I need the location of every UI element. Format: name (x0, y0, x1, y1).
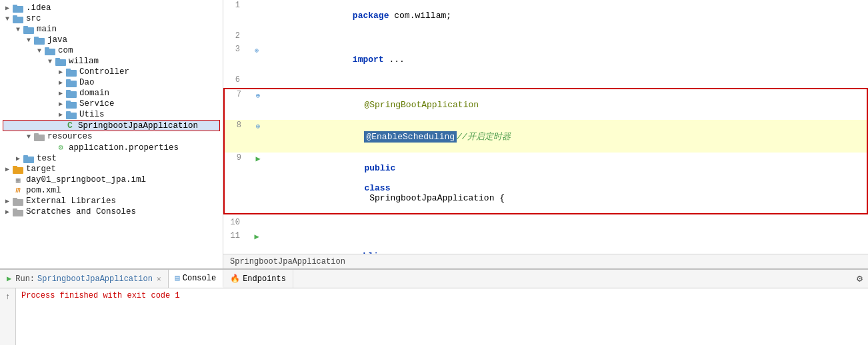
sidebar-item-utils[interactable]: ▶ Utils (0, 109, 223, 120)
sidebar-item-springboot-app[interactable]: C SpringbootJpaApplication (3, 120, 220, 131)
sidebar-label-appprops: application.properties (69, 143, 179, 153)
svg-rect-28 (13, 199, 23, 206)
sidebar-item-iml[interactable]: ▦ day01_springboot_jpa.iml (0, 174, 223, 185)
svg-rect-16 (66, 91, 77, 98)
svg-rect-5 (23, 26, 28, 28)
kw-package: package (353, 11, 389, 21)
kw-public-9: public (364, 163, 395, 173)
sidebar-label-service: Service (79, 99, 115, 109)
svg-rect-4 (23, 27, 34, 34)
svg-rect-27 (13, 166, 17, 168)
sidebar-item-java[interactable]: ▼ java (0, 35, 223, 45)
run-icon-9[interactable]: ▶ (255, 155, 260, 164)
console-text: Process finished with exit code 1 (21, 291, 180, 300)
code-table-after: 10 11 ▶ public (223, 217, 868, 254)
gutter-icon-7[interactable]: ⊕ (256, 92, 261, 100)
svg-rect-20 (66, 113, 77, 119)
sidebar-item-com[interactable]: ▼ com (0, 45, 223, 56)
folder-icon-scratches (12, 208, 24, 216)
gear-icon: ⚙ (857, 274, 863, 285)
run-close-x[interactable]: ✕ (157, 274, 161, 283)
sidebar-item-target[interactable]: ▶ target (0, 164, 223, 174)
sidebar-label-idea: .idea (26, 3, 51, 13)
sidebar-item-extlibs[interactable]: ▶ External Libraries (0, 196, 223, 206)
folder-icon-java (33, 36, 45, 45)
arrow-scratches: ▶ (3, 208, 12, 216)
svg-rect-12 (66, 70, 77, 77)
gear-button[interactable]: ⚙ (851, 272, 868, 285)
folder-icon-utils (65, 111, 77, 119)
annotation-springboot: @SpringBootApplication (364, 100, 479, 110)
folder-icon-test (23, 155, 35, 163)
folder-icon-src (12, 15, 24, 23)
java-class-icon: C (64, 121, 76, 131)
svg-rect-26 (13, 167, 23, 174)
code-1[interactable]: package com.willam; (267, 0, 868, 31)
collapse-icon-3[interactable]: ⊕ (255, 47, 259, 55)
arrow-willam: ▼ (45, 58, 55, 65)
sidebar-item-domain[interactable]: ▶ domain (0, 88, 223, 99)
svg-rect-21 (66, 111, 71, 113)
sidebar-label-willam: willam (69, 57, 99, 66)
sidebar-item-src[interactable]: ▼ src (0, 13, 223, 24)
editor-status-bar: SpringbootJpaApplication (223, 254, 868, 268)
sidebar-item-dao[interactable]: ▶ Dao (0, 77, 223, 88)
svg-rect-18 (66, 102, 77, 109)
scroll-up-btn[interactable]: ↑ (4, 291, 11, 303)
sidebar-label-extlibs: External Libraries (26, 196, 116, 206)
svg-rect-29 (13, 198, 17, 200)
svg-rect-23 (34, 133, 39, 135)
gutter-icon-8[interactable]: ⊕ (256, 123, 261, 131)
folder-icon-target (12, 165, 24, 174)
kw-public-11: public (353, 251, 384, 254)
code-line-8: 8 ⊕ @EnableScheduling//开启定时器 (225, 120, 867, 153)
sidebar-label-scratches: Scratches and Consoles (26, 207, 136, 216)
sidebar-label-utils: Utils (79, 110, 105, 119)
arrow-utils: ▶ (56, 111, 65, 119)
svg-rect-0 (13, 6, 23, 13)
svg-rect-9 (45, 47, 49, 49)
code-package-name: com.willam; (389, 11, 451, 21)
svg-rect-17 (66, 90, 71, 92)
folder-icon-service (65, 100, 77, 109)
comment-cn: //开启定时器 (457, 132, 511, 142)
code-line-2: 2 (223, 31, 868, 44)
console-output[interactable]: Process finished with exit code 1 (16, 288, 868, 345)
editor-content[interactable]: 1 package com.willam; 2 (223, 0, 868, 254)
sidebar-item-idea[interactable]: ▶ .idea (0, 3, 223, 13)
run-play-icon[interactable]: ▶ (7, 274, 11, 284)
sidebar-item-willam[interactable]: ▼ willam (0, 56, 223, 67)
svg-rect-19 (66, 101, 71, 103)
sidebar-item-scratches[interactable]: ▶ Scratches and Consoles (0, 206, 223, 217)
console-body: ↑ Process finished with exit code 1 (0, 288, 868, 345)
sidebar-item-controller[interactable]: ▶ Controller (0, 67, 223, 77)
svg-rect-1 (13, 5, 17, 7)
classname-springboot: SpringbootJpaApplication { (364, 193, 505, 203)
sidebar-item-service[interactable]: ▶ Service (0, 99, 223, 109)
svg-rect-22 (34, 135, 45, 141)
run-label-section: ▶ Run: SpringbootJpaApplication ✕ (0, 270, 169, 288)
run-icon-11[interactable]: ▶ (254, 232, 259, 242)
run-text: Run: (15, 274, 35, 284)
sidebar-item-appprops[interactable]: ⚙ application.properties (0, 142, 223, 153)
svg-rect-25 (23, 155, 28, 157)
sidebar-label-dao: Dao (79, 78, 95, 87)
xml-icon: m (12, 186, 24, 195)
console-line: Process finished with exit code 1 (21, 291, 180, 300)
tab-console[interactable]: ▤ Console (169, 270, 224, 288)
sidebar-label-pom: pom.xml (26, 186, 61, 195)
arrow-main: ▼ (13, 26, 23, 33)
tab-endpoints[interactable]: 🔥 Endpoints (223, 270, 293, 288)
folder-icon-resources (33, 133, 45, 141)
kw-import: import (353, 55, 384, 65)
sidebar-item-resources[interactable]: ▼ resources (0, 131, 223, 142)
sidebar-item-main[interactable]: ▼ main (0, 24, 223, 35)
tab-endpoints-label: Endpoints (243, 274, 286, 284)
sidebar-item-test[interactable]: ▶ test (0, 153, 223, 164)
sidebar-label-com: com (58, 46, 73, 55)
editor-area: 1 package com.willam; 2 (223, 0, 868, 268)
sidebar-item-pom[interactable]: m pom.xml (0, 185, 223, 196)
svg-rect-24 (23, 157, 34, 163)
code-line-9: 9 ▶ public class SpringbootJpaApplicatio… (225, 153, 867, 213)
arrow-resources: ▼ (24, 133, 33, 141)
